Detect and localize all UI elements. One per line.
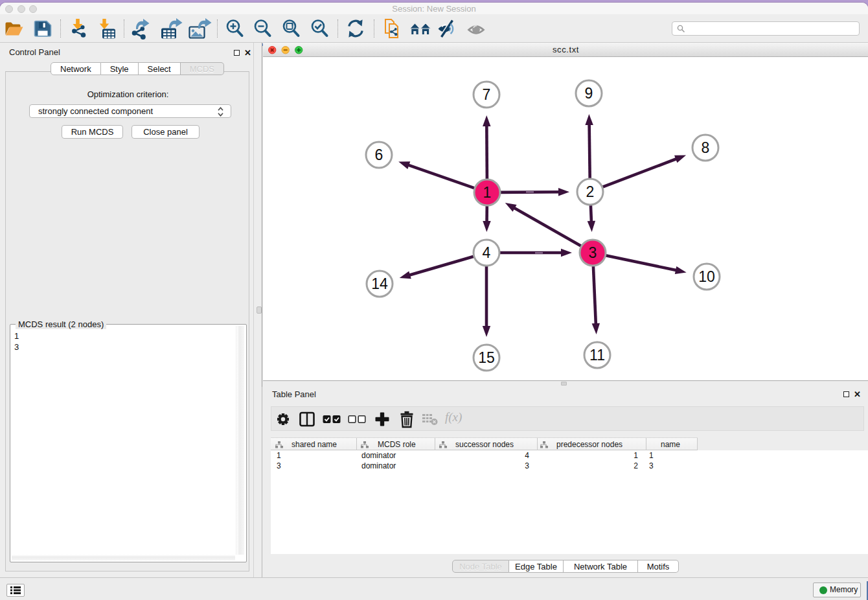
svg-text:8: 8 (702, 139, 710, 156)
svg-text:14: 14 (371, 275, 388, 292)
svg-text:1: 1 (483, 184, 492, 201)
svg-text:6: 6 (375, 146, 383, 163)
svg-text:15: 15 (478, 349, 495, 366)
svg-text:4: 4 (483, 244, 491, 261)
svg-text:2: 2 (586, 183, 595, 200)
svg-text:3: 3 (589, 244, 597, 261)
svg-text:10: 10 (698, 268, 715, 285)
svg-text:9: 9 (585, 85, 593, 102)
svg-text:11: 11 (589, 347, 605, 363)
svg-text:7: 7 (483, 86, 491, 103)
